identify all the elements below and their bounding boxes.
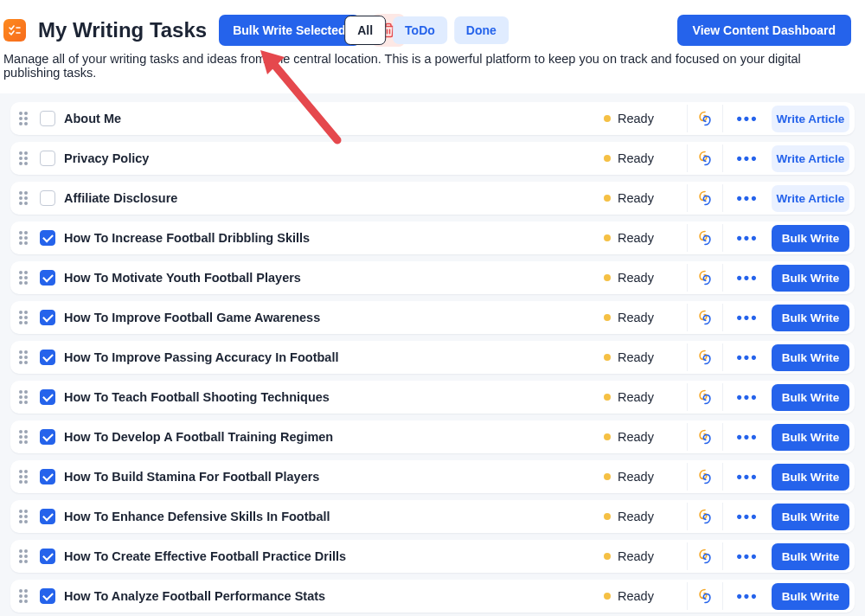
task-checkbox[interactable] bbox=[40, 588, 55, 604]
drag-handle-icon[interactable] bbox=[19, 510, 31, 523]
ai-tool-button[interactable] bbox=[687, 144, 723, 172]
task-title: How To Build Stamina For Football Player… bbox=[64, 470, 319, 484]
filter-all[interactable]: All bbox=[344, 16, 386, 45]
more-options-button[interactable]: ••• bbox=[732, 229, 763, 247]
more-options-button[interactable]: ••• bbox=[732, 548, 763, 566]
task-row: About Me Ready ••• Write Article bbox=[10, 102, 855, 135]
ai-tool-button[interactable] bbox=[687, 542, 723, 570]
task-checkbox[interactable] bbox=[40, 230, 55, 246]
more-options-button[interactable]: ••• bbox=[732, 388, 763, 407]
page-title: My Writing Tasks bbox=[38, 18, 207, 42]
drag-handle-icon[interactable] bbox=[19, 549, 31, 563]
swirl-icon bbox=[696, 110, 714, 127]
view-dashboard-button[interactable]: View Content Dashboard bbox=[677, 15, 851, 46]
status-dot-icon bbox=[604, 513, 611, 520]
row-action-button[interactable]: Bulk Write bbox=[772, 464, 849, 491]
more-options-button[interactable]: ••• bbox=[732, 269, 763, 287]
header-bar: My Writing Tasks Bulk Write Selected All… bbox=[0, 0, 865, 52]
swirl-icon bbox=[696, 229, 714, 247]
task-checkbox[interactable] bbox=[40, 429, 55, 445]
drag-handle-icon[interactable] bbox=[19, 470, 31, 484]
filter-done[interactable]: Done bbox=[454, 16, 509, 44]
drag-handle-icon[interactable] bbox=[19, 191, 31, 205]
task-checkbox[interactable] bbox=[40, 469, 55, 484]
task-checkbox[interactable] bbox=[40, 151, 55, 166]
more-options-button[interactable]: ••• bbox=[732, 110, 763, 128]
row-action-button[interactable]: Bulk Write bbox=[772, 265, 849, 292]
status-label: Ready bbox=[618, 510, 654, 523]
drag-handle-icon[interactable] bbox=[19, 589, 31, 603]
more-options-button[interactable]: ••• bbox=[732, 428, 763, 446]
more-options-button[interactable]: ••• bbox=[732, 349, 763, 367]
ai-tool-button[interactable] bbox=[687, 105, 723, 132]
more-options-button[interactable]: ••• bbox=[732, 468, 763, 486]
row-action-button[interactable]: Bulk Write bbox=[772, 384, 849, 411]
ai-tool-button[interactable] bbox=[687, 224, 723, 252]
ai-tool-button[interactable] bbox=[687, 423, 723, 451]
more-options-button[interactable]: ••• bbox=[732, 587, 763, 606]
more-options-button[interactable]: ••• bbox=[732, 150, 763, 168]
task-checkbox[interactable] bbox=[40, 270, 55, 286]
drag-handle-icon[interactable] bbox=[19, 350, 31, 364]
row-action-button[interactable]: Bulk Write bbox=[772, 504, 849, 530]
row-action-button[interactable]: Bulk Write bbox=[772, 225, 849, 252]
app-icon bbox=[3, 19, 26, 42]
row-action-button[interactable]: Write Article bbox=[772, 106, 849, 132]
task-status: Ready bbox=[604, 470, 678, 484]
task-checkbox[interactable] bbox=[40, 509, 55, 524]
task-status: Ready bbox=[604, 191, 678, 205]
status-label: Ready bbox=[618, 271, 654, 285]
filter-todo[interactable]: ToDo bbox=[393, 16, 447, 44]
ai-tool-button[interactable] bbox=[687, 503, 723, 530]
swirl-icon bbox=[696, 150, 714, 167]
task-row: How To Build Stamina For Football Player… bbox=[10, 460, 855, 493]
status-dot-icon bbox=[604, 394, 611, 401]
drag-handle-icon[interactable] bbox=[19, 231, 31, 245]
swirl-icon bbox=[696, 587, 714, 605]
task-title: How To Analyze Football Performance Stat… bbox=[64, 589, 325, 603]
ai-tool-button[interactable] bbox=[687, 184, 723, 212]
more-options-button[interactable]: ••• bbox=[732, 189, 763, 208]
row-action-button[interactable]: Write Article bbox=[772, 185, 849, 212]
status-dot-icon bbox=[604, 433, 611, 440]
status-label: Ready bbox=[618, 231, 654, 245]
row-action-button[interactable]: Bulk Write bbox=[772, 543, 849, 570]
drag-handle-icon[interactable] bbox=[19, 112, 31, 125]
drag-handle-icon[interactable] bbox=[19, 390, 31, 404]
drag-handle-icon[interactable] bbox=[19, 311, 31, 324]
task-row: How To Analyze Football Performance Stat… bbox=[10, 580, 855, 613]
row-action-button[interactable]: Bulk Write bbox=[772, 305, 849, 331]
task-checkbox[interactable] bbox=[40, 190, 55, 206]
status-label: Ready bbox=[618, 430, 654, 444]
ai-tool-button[interactable] bbox=[687, 463, 723, 491]
task-checkbox[interactable] bbox=[40, 389, 55, 405]
ai-tool-button[interactable] bbox=[687, 264, 723, 292]
row-action-button[interactable]: Bulk Write bbox=[772, 344, 849, 371]
task-checkbox[interactable] bbox=[40, 310, 55, 325]
drag-handle-icon[interactable] bbox=[19, 271, 31, 285]
task-status: Ready bbox=[604, 311, 678, 324]
more-options-button[interactable]: ••• bbox=[732, 309, 763, 327]
task-checkbox[interactable] bbox=[40, 549, 55, 564]
ai-tool-button[interactable] bbox=[687, 582, 723, 610]
status-label: Ready bbox=[618, 350, 654, 364]
row-action-button[interactable]: Write Article bbox=[772, 145, 849, 172]
drag-handle-icon[interactable] bbox=[19, 430, 31, 444]
task-title: About Me bbox=[64, 112, 121, 125]
task-status: Ready bbox=[604, 549, 678, 563]
ai-tool-button[interactable] bbox=[687, 343, 723, 371]
ai-tool-button[interactable] bbox=[687, 383, 723, 411]
status-dot-icon bbox=[604, 115, 611, 122]
drag-handle-icon[interactable] bbox=[19, 151, 31, 165]
task-checkbox[interactable] bbox=[40, 111, 55, 126]
row-action-button[interactable]: Bulk Write bbox=[772, 424, 849, 451]
bulk-write-selected-button[interactable]: Bulk Write Selected bbox=[219, 15, 359, 46]
more-options-button[interactable]: ••• bbox=[732, 508, 763, 526]
task-row: Privacy Policy Ready ••• Write Article bbox=[10, 142, 855, 175]
task-checkbox[interactable] bbox=[40, 350, 55, 365]
status-label: Ready bbox=[618, 112, 654, 125]
swirl-icon bbox=[696, 388, 714, 406]
ai-tool-button[interactable] bbox=[687, 304, 723, 331]
row-action-button[interactable]: Bulk Write bbox=[772, 583, 849, 610]
swirl-icon bbox=[696, 309, 714, 326]
